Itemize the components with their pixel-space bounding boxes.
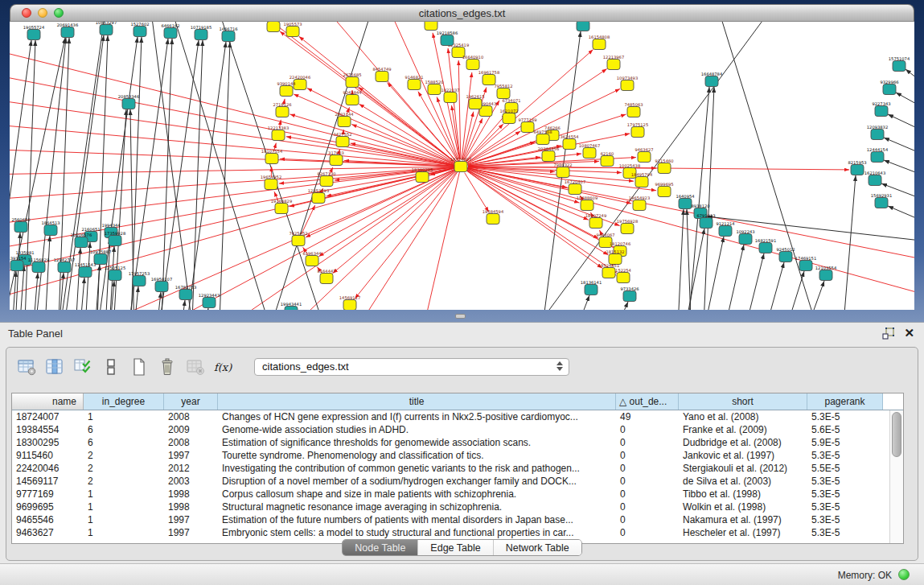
tab-network-table[interactable]: Network Table [493, 540, 581, 555]
column-visibility-icon[interactable] [44, 356, 65, 377]
graph-nodes[interactable]: 1872400719990443673407116210729777169746… [10, 22, 910, 310]
network-canvas[interactable]: 1872400719990443673407116210729777169746… [10, 22, 914, 310]
window-titlebar[interactable]: citations_edges.txt [10, 4, 914, 22]
graph-node[interactable]: 17359928 [105, 231, 125, 246]
graph-node[interactable]: 16154808 [589, 35, 610, 50]
table-row[interactable]: 946554611997Estimation of the future num… [12, 513, 889, 526]
graph-node[interactable]: 9242844 [343, 90, 362, 105]
graph-node[interactable]: 20364456 [538, 146, 559, 162]
column-header-year[interactable]: year [164, 393, 218, 410]
delete-column-icon[interactable] [157, 356, 178, 377]
graph-node[interactable]: 1905573 [283, 22, 302, 37]
graph-node[interactable]: 8164447 [317, 269, 335, 284]
graph-node[interactable]: 19654923 [629, 196, 650, 211]
table-row[interactable]: 946362711997Embryonic stem cells: a mode… [12, 526, 889, 539]
column-header-in_degree[interactable]: in_degree [84, 393, 164, 410]
graph-node[interactable]: 12444154 [867, 147, 889, 163]
table-row[interactable]: 1830029562008Estimation of significance … [12, 436, 889, 449]
graph-node[interactable]: 10853297 [96, 22, 117, 35]
table-row[interactable]: 977716911998Corpus callosum shape and si… [12, 488, 889, 501]
graph-node[interactable]: 19654952 [261, 175, 281, 190]
graph-node[interactable]: 9146821 [405, 75, 423, 90]
graph-node[interactable]: 9733426 [620, 286, 639, 302]
graph-node[interactable]: 18136141 [581, 280, 602, 295]
graph-node[interactable]: 9121214 [716, 221, 735, 237]
row-height-icon[interactable] [101, 356, 121, 377]
graph-node[interactable]: 10973493 [617, 76, 638, 91]
graph-node[interactable]: 20876682 [573, 22, 593, 31]
graph-node[interactable]: 2675685 [343, 72, 361, 88]
graph-node[interactable]: 16821591 [755, 238, 776, 253]
graph-node[interactable]: 16720407 [565, 179, 585, 195]
table-row[interactable]: 2242004622012Investigating the contribut… [12, 462, 889, 475]
graph-node[interactable]: 15751074 [889, 56, 910, 72]
graph-node[interactable]: 17975125 [627, 122, 648, 138]
graph-node[interactable]: 16210643 [864, 171, 885, 186]
table-row[interactable]: 1872400712008Changes of HCN gene express… [12, 410, 889, 423]
graph-node[interactable]: 20853346 [118, 94, 139, 109]
graph-node[interactable]: 7986322 [553, 163, 572, 178]
graph-node[interactable]: 16958107 [151, 277, 172, 292]
column-header-title[interactable]: title [218, 393, 616, 410]
tab-edge-table[interactable]: Edge Table [417, 540, 492, 555]
graph-node[interactable]: 19756928 [617, 219, 638, 234]
graph-node[interactable]: 1864513 [41, 220, 60, 236]
graph-node[interactable]: 9329966 [880, 80, 898, 95]
graph-node[interactable]: 12093832 [867, 125, 888, 140]
float-panel-icon[interactable] [882, 328, 895, 340]
graph-node[interactable]: 18107554 [261, 149, 283, 164]
column-header-pagerank[interactable]: pagerank [807, 393, 883, 410]
graph-node[interactable]: 9115460 [655, 159, 673, 174]
graph-node[interactable]: 19055724 [23, 25, 45, 40]
graph-node[interactable]: 10807467 [579, 143, 600, 159]
graph-node[interactable]: 1527602 [130, 22, 149, 37]
graph-node[interactable]: 62160 [601, 151, 614, 167]
new-column-icon[interactable] [129, 356, 150, 377]
column-select-icon[interactable] [72, 356, 93, 377]
graph-node[interactable]: 18807249 [585, 213, 606, 229]
graph-node[interactable]: 20691436 [57, 23, 78, 38]
graph-node[interactable]: 3624554 [560, 134, 579, 150]
graph-node[interactable]: 16640910 [462, 55, 483, 70]
graph-node[interactable]: 152254 [615, 268, 632, 283]
graph-node[interactable]: 6791913 [696, 213, 715, 229]
graph-node[interactable]: 1621072 [499, 109, 518, 124]
graph-node[interactable]: 10719185 [191, 25, 211, 40]
graph-node[interactable]: 6466162 [161, 23, 179, 39]
graph-node[interactable]: 1822037 [441, 88, 459, 103]
graph-node[interactable]: 6497568 [533, 130, 552, 145]
table-scrollbar[interactable] [889, 410, 903, 543]
graph-node[interactable]: 7485063 [624, 102, 643, 117]
scrollbar-thumb[interactable] [892, 412, 901, 457]
graph-node[interactable]: 19943441 [281, 302, 302, 311]
graph-node[interactable]: 8454749 [372, 67, 391, 82]
tab-node-table[interactable]: Node Table [343, 540, 417, 555]
graph-node[interactable]: 8267130 [317, 171, 335, 187]
graph-node[interactable]: 9245012 [776, 247, 795, 262]
graph-node[interactable]: 7955812 [494, 84, 512, 99]
graph-node[interactable]: 7625452 [289, 231, 307, 246]
column-header-out_degree[interactable]: △ out_de... [616, 393, 679, 410]
graph-node[interactable]: 2244627 [264, 22, 282, 32]
graph-node[interactable]: 18495794 [631, 172, 653, 187]
graph-node[interactable]: 9227343 [872, 101, 890, 117]
graph-node[interactable]: 8813054 [421, 22, 441, 31]
graph-node[interactable]: 1092243 [736, 229, 754, 245]
table-selector-dropdown[interactable]: citations_edges.txt [254, 358, 569, 376]
splitter-handle[interactable] [455, 314, 466, 319]
graph-node[interactable]: 12505125 [105, 266, 125, 281]
table-row[interactable]: 969969511998Structural magnetic resonanc… [12, 501, 889, 513]
graph-node[interactable]: 14569117 [339, 295, 360, 311]
table-row[interactable]: 1456911722003Disruption of a novel membe… [12, 475, 889, 488]
column-header-short[interactable]: short [679, 393, 807, 410]
graph-node[interactable]: 12103554 [815, 266, 837, 281]
table-row[interactable]: 1938455462009Genome-wide association stu… [12, 423, 889, 436]
table-mode-icon[interactable] [16, 356, 37, 377]
graph-node[interactable]: 11156829 [28, 257, 49, 273]
graph-node[interactable]: 12213383 [268, 126, 289, 141]
graph-node[interactable]: 9699695 [655, 182, 673, 197]
graph-node[interactable]: 9463627 [634, 147, 653, 163]
column-header-name[interactable]: name [12, 393, 84, 410]
graph-node[interactable]: 3427552 [333, 132, 351, 147]
graph-node[interactable]: 1466716 [219, 27, 237, 42]
